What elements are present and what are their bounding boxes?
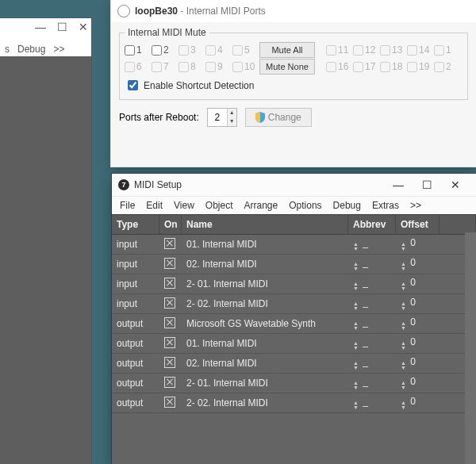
table-row[interactable]: input2- 02. Internal MIDI▲▼ _▲▼ 0 bbox=[112, 294, 476, 314]
menu-overflow[interactable]: >> bbox=[410, 200, 421, 211]
minimize-button[interactable]: — bbox=[384, 178, 413, 191]
cell-abbrev[interactable]: ▲▼ _ bbox=[348, 277, 396, 291]
cell-on[interactable] bbox=[159, 337, 182, 351]
cell-on[interactable] bbox=[159, 317, 182, 331]
table-row[interactable]: input02. Internal MIDI▲▼ _▲▼ 0 bbox=[112, 255, 476, 274]
menu-item[interactable]: Debug bbox=[17, 44, 45, 55]
port-number: 4 bbox=[217, 44, 223, 56]
app-icon bbox=[117, 5, 130, 17]
mute-none-button[interactable]: Mute None bbox=[259, 59, 315, 75]
cell-abbrev[interactable]: ▲▼ _ bbox=[348, 356, 396, 370]
col-abbrev[interactable]: Abbrev bbox=[348, 215, 396, 234]
spinner-arrows[interactable]: ▲▼ bbox=[227, 109, 236, 126]
mute-port-4: 4 bbox=[205, 44, 229, 56]
cell-abbrev[interactable]: ▲▼ _ bbox=[348, 237, 396, 251]
mute-all-button[interactable]: Mute All bbox=[259, 42, 315, 58]
menu-overflow[interactable]: >> bbox=[53, 44, 64, 55]
sort-icon: ▲▼ bbox=[401, 381, 406, 390]
table-row[interactable]: input2- 01. Internal MIDI▲▼ _▲▼ 0 bbox=[112, 274, 476, 294]
cell-abbrev[interactable]: ▲▼ _ bbox=[348, 376, 396, 390]
cell-offset[interactable]: ▲▼ 0 bbox=[396, 237, 440, 251]
cell-offset[interactable]: ▲▼ 0 bbox=[396, 257, 440, 271]
col-offset[interactable]: Offset bbox=[396, 215, 440, 234]
mute-port-2[interactable]: 2 bbox=[152, 44, 175, 56]
mute-checkbox bbox=[232, 62, 243, 72]
cell-offset[interactable]: ▲▼ 0 bbox=[396, 316, 440, 331]
table-row[interactable]: output2- 02. Internal MIDI▲▼ _▲▼ 0 bbox=[112, 393, 476, 413]
table-row[interactable]: outputMicrosoft GS Wavetable Synth▲▼ _▲▼… bbox=[112, 314, 476, 334]
sort-icon: ▲▼ bbox=[353, 361, 359, 370]
table-row[interactable]: input01. Internal MIDI▲▼ _▲▼ 0 bbox=[112, 235, 476, 255]
menu-item[interactable]: s bbox=[5, 44, 10, 55]
mute-checkbox[interactable] bbox=[125, 45, 135, 56]
cell-abbrev[interactable]: ▲▼ _ bbox=[348, 316, 396, 331]
change-button[interactable]: Change bbox=[245, 108, 312, 127]
cell-offset[interactable]: ▲▼ 0 bbox=[396, 336, 440, 351]
cell-on[interactable] bbox=[159, 238, 182, 251]
sort-icon: ▲▼ bbox=[353, 321, 359, 331]
port-number: 19 bbox=[419, 61, 429, 72]
app-name: loopBe30 bbox=[135, 6, 178, 17]
cell-on[interactable] bbox=[159, 377, 182, 390]
cell-abbrev[interactable]: ▲▼ _ bbox=[348, 257, 396, 271]
menu-item-view[interactable]: View bbox=[174, 200, 194, 211]
table-row[interactable]: output01. Internal MIDI▲▼ _▲▼ 0 bbox=[112, 334, 476, 354]
mute-checkbox bbox=[326, 62, 336, 72]
on-checkbox-icon bbox=[164, 258, 175, 269]
menu-item-object[interactable]: Object bbox=[205, 200, 233, 211]
menu-item-edit[interactable]: Edit bbox=[146, 200, 163, 211]
ports-value[interactable] bbox=[208, 109, 227, 126]
close-button[interactable]: ✕ bbox=[441, 178, 470, 191]
mute-checkbox[interactable] bbox=[152, 45, 162, 56]
minimize-button[interactable]: — bbox=[35, 21, 46, 33]
cell-abbrev[interactable]: ▲▼ _ bbox=[348, 297, 396, 311]
mute-port-5: 5 bbox=[232, 44, 256, 56]
change-label: Change bbox=[268, 112, 301, 123]
sort-icon: ▲▼ bbox=[353, 381, 359, 390]
cell-on[interactable] bbox=[159, 357, 182, 370]
cell-offset[interactable]: ▲▼ 0 bbox=[396, 396, 440, 410]
cell-on[interactable] bbox=[159, 258, 182, 271]
titlebar: — ☐ ✕ bbox=[0, 18, 91, 40]
sort-icon: ▲▼ bbox=[401, 301, 406, 311]
cell-offset[interactable]: ▲▼ 0 bbox=[396, 376, 440, 390]
scrollbar[interactable] bbox=[465, 232, 476, 464]
mute-checkbox bbox=[205, 62, 216, 72]
port-number: 16 bbox=[338, 61, 348, 72]
cell-abbrev[interactable]: ▲▼ _ bbox=[348, 336, 396, 351]
menu-item-file[interactable]: File bbox=[120, 200, 135, 211]
menu-item-extras[interactable]: Extras bbox=[372, 200, 399, 211]
cell-abbrev[interactable]: ▲▼ _ bbox=[348, 396, 396, 410]
cell-name: 2- 01. Internal MIDI bbox=[182, 278, 348, 290]
mute-port-1[interactable]: 1 bbox=[125, 44, 148, 56]
menu-item-arrange[interactable]: Arrange bbox=[244, 200, 278, 211]
cell-on[interactable] bbox=[159, 297, 182, 311]
maximize-button[interactable]: ☐ bbox=[57, 21, 67, 33]
ports-spinner[interactable]: ▲▼ bbox=[207, 108, 237, 127]
port-number: 7 bbox=[163, 61, 169, 72]
table-row[interactable]: output2- 01. Internal MIDI▲▼ _▲▼ 0 bbox=[112, 374, 476, 393]
maximize-button[interactable]: ☐ bbox=[413, 178, 441, 191]
cell-offset[interactable]: ▲▼ 0 bbox=[396, 297, 440, 311]
cell-on[interactable] bbox=[159, 397, 182, 410]
table-row[interactable]: output02. Internal MIDI▲▼ _▲▼ 0 bbox=[112, 354, 476, 374]
close-button[interactable]: ✕ bbox=[79, 21, 88, 33]
menu-item-options[interactable]: Options bbox=[289, 200, 321, 211]
menu-item-debug[interactable]: Debug bbox=[333, 200, 361, 211]
mute-port-16: 16 bbox=[326, 61, 350, 72]
titlebar[interactable]: loopBe30 - Internal MIDI Ports bbox=[111, 0, 476, 22]
titlebar[interactable]: 7 MIDI Setup — ☐ ✕ bbox=[112, 174, 476, 196]
internal-midi-mute-group: Internal MIDI Mute 12345Mute All11121314… bbox=[119, 27, 468, 100]
cell-on[interactable] bbox=[159, 278, 182, 291]
shield-icon bbox=[255, 112, 265, 123]
cell-offset[interactable]: ▲▼ 0 bbox=[396, 356, 440, 370]
cell-type: output bbox=[112, 338, 159, 349]
col-type[interactable]: Type bbox=[112, 215, 159, 234]
mute-checkbox bbox=[380, 62, 390, 72]
enable-shortcut-checkbox[interactable] bbox=[128, 80, 138, 90]
col-name[interactable]: Name bbox=[182, 215, 348, 234]
port-number: 6 bbox=[136, 61, 142, 72]
col-on[interactable]: On bbox=[159, 215, 182, 234]
cell-offset[interactable]: ▲▼ 0 bbox=[396, 277, 440, 291]
port-number: 18 bbox=[392, 61, 402, 72]
